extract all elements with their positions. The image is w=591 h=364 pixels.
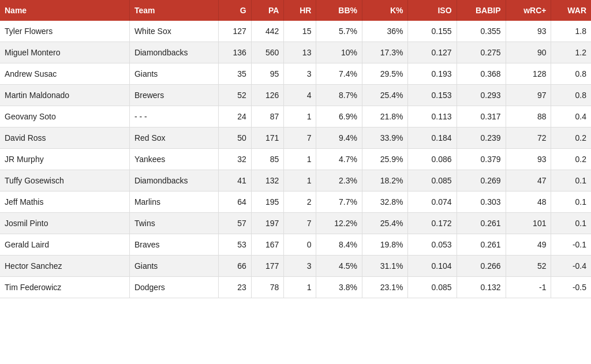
cell-name: JR Murphy (0, 149, 129, 170)
cell-bb_pct: 4.5% (316, 256, 362, 277)
cell-name: Josmil Pinto (0, 213, 129, 234)
header-bb_pct: BB% (316, 0, 362, 21)
table-row: JR MurphyYankees328514.7%25.9%0.0860.379… (0, 149, 591, 170)
cell-hr: 4 (284, 85, 316, 106)
cell-g: 53 (219, 234, 252, 256)
cell-bb_pct: 10% (316, 42, 362, 63)
cell-war: 0.1 (551, 192, 591, 213)
cell-iso: 0.193 (408, 63, 457, 85)
cell-babip: 0.275 (457, 42, 506, 63)
cell-iso: 0.086 (408, 149, 457, 170)
cell-hr: 7 (284, 213, 316, 234)
cell-bb_pct: 8.7% (316, 85, 362, 106)
cell-bb_pct: 2.3% (316, 170, 362, 192)
cell-babip: 0.368 (457, 63, 506, 85)
cell-pa: 195 (251, 192, 284, 213)
cell-wrc: 97 (506, 85, 551, 106)
header-pa: PA (251, 0, 284, 21)
cell-iso: 0.184 (408, 127, 457, 149)
cell-team: Diamondbacks (129, 170, 218, 192)
cell-pa: 87 (251, 106, 284, 127)
cell-k_pct: 25.4% (362, 213, 408, 234)
cell-name: Jeff Mathis (0, 192, 129, 213)
cell-hr: 0 (284, 234, 316, 256)
cell-wrc: -1 (506, 277, 551, 298)
cell-bb_pct: 9.4% (316, 127, 362, 149)
cell-bb_pct: 3.8% (316, 277, 362, 298)
cell-pa: 78 (251, 277, 284, 298)
cell-babip: 0.317 (457, 106, 506, 127)
table-row: Josmil PintoTwins57197712.2%25.4%0.1720.… (0, 213, 591, 234)
cell-hr: 1 (284, 106, 316, 127)
cell-name: David Ross (0, 127, 129, 149)
cell-name: Gerald Laird (0, 234, 129, 256)
cell-g: 52 (219, 85, 252, 106)
cell-iso: 0.053 (408, 234, 457, 256)
table-row: Martin MaldonadoBrewers5212648.7%25.4%0.… (0, 85, 591, 106)
cell-hr: 7 (284, 127, 316, 149)
cell-k_pct: 23.1% (362, 277, 408, 298)
cell-bb_pct: 12.2% (316, 213, 362, 234)
cell-team: Yankees (129, 149, 218, 170)
cell-war: 1.2 (551, 42, 591, 63)
cell-iso: 0.113 (408, 106, 457, 127)
table-row: Gerald LairdBraves5316708.4%19.8%0.0530.… (0, 234, 591, 256)
table-row: David RossRed Sox5017179.4%33.9%0.1840.2… (0, 127, 591, 149)
cell-g: 57 (219, 213, 252, 234)
table-row: Tuffy GosewischDiamondbacks4113212.3%18.… (0, 170, 591, 192)
cell-bb_pct: 5.7% (316, 21, 362, 42)
header-babip: BABIP (457, 0, 506, 21)
cell-k_pct: 25.4% (362, 85, 408, 106)
cell-hr: 3 (284, 63, 316, 85)
cell-bb_pct: 4.7% (316, 149, 362, 170)
cell-g: 41 (219, 170, 252, 192)
header-hr: HR (284, 0, 316, 21)
cell-war: 0.4 (551, 106, 591, 127)
cell-wrc: 48 (506, 192, 551, 213)
cell-babip: 0.266 (457, 256, 506, 277)
cell-war: 1.8 (551, 21, 591, 42)
table-row: Hector SanchezGiants6617734.5%31.1%0.104… (0, 256, 591, 277)
header-g: G (219, 0, 252, 21)
cell-babip: 0.303 (457, 192, 506, 213)
cell-babip: 0.269 (457, 170, 506, 192)
table-row: Jeff MathisMarlins6419527.7%32.8%0.0740.… (0, 192, 591, 213)
cell-team: Brewers (129, 85, 218, 106)
cell-wrc: 90 (506, 42, 551, 63)
cell-pa: 126 (251, 85, 284, 106)
cell-name: Miguel Montero (0, 42, 129, 63)
cell-hr: 15 (284, 21, 316, 42)
cell-babip: 0.355 (457, 21, 506, 42)
cell-pa: 442 (251, 21, 284, 42)
cell-iso: 0.127 (408, 42, 457, 63)
table-row: Miguel MonteroDiamondbacks1365601310%17.… (0, 42, 591, 63)
cell-hr: 3 (284, 256, 316, 277)
cell-team: Red Sox (129, 127, 218, 149)
cell-g: 127 (219, 21, 252, 42)
cell-g: 24 (219, 106, 252, 127)
cell-hr: 13 (284, 42, 316, 63)
cell-k_pct: 18.2% (362, 170, 408, 192)
cell-name: Tuffy Gosewisch (0, 170, 129, 192)
cell-g: 50 (219, 127, 252, 149)
header-wrc: wRC+ (506, 0, 551, 21)
cell-g: 136 (219, 42, 252, 63)
table-row: Andrew SusacGiants359537.4%29.5%0.1930.3… (0, 63, 591, 85)
cell-pa: 85 (251, 149, 284, 170)
cell-k_pct: 25.9% (362, 149, 408, 170)
cell-iso: 0.074 (408, 192, 457, 213)
cell-team: Twins (129, 213, 218, 234)
cell-team: Braves (129, 234, 218, 256)
cell-wrc: 72 (506, 127, 551, 149)
cell-name: Geovany Soto (0, 106, 129, 127)
cell-iso: 0.104 (408, 256, 457, 277)
table-row: Geovany Soto- - -248716.9%21.8%0.1130.31… (0, 106, 591, 127)
cell-iso: 0.172 (408, 213, 457, 234)
cell-hr: 1 (284, 170, 316, 192)
cell-g: 64 (219, 192, 252, 213)
cell-war: -0.5 (551, 277, 591, 298)
stats-table: NameTeamGPAHRBB%K%ISOBABIPwRC+WAR Tyler … (0, 0, 591, 298)
cell-iso: 0.155 (408, 21, 457, 42)
cell-g: 23 (219, 277, 252, 298)
cell-name: Martin Maldonado (0, 85, 129, 106)
